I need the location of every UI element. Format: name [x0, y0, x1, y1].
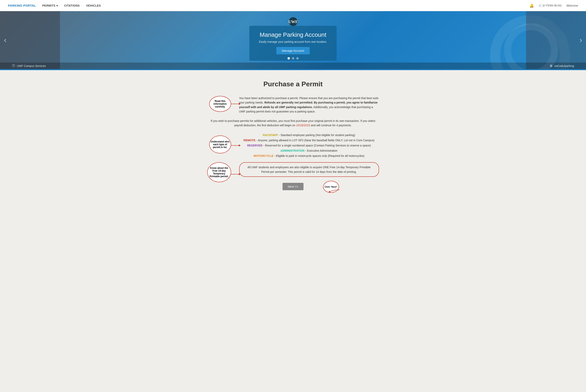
hero-title: Manage Parking Account: [259, 31, 327, 38]
nav-item-vehicles[interactable]: VEHICLES: [86, 4, 101, 7]
callout-1-bubble: Read this information carefully.: [209, 96, 231, 112]
permit-type-facstaff: FAC/STAFF - Standard employee parking (N…: [239, 134, 379, 137]
bell-icon[interactable]: 🔔: [530, 4, 534, 8]
welcome-label: Welcome: [566, 4, 578, 7]
facebook-icon: ⓕ: [12, 64, 15, 68]
click-next-arrow: [326, 189, 342, 195]
nav-item-permits[interactable]: PERMITS ▾: [42, 4, 58, 7]
hero-dot-3[interactable]: [296, 57, 299, 60]
permit-type-motorcycle: MOTORCYCLE - Eligible to park in motorcy…: [239, 154, 379, 158]
dropdown-icon: ▾: [56, 4, 58, 7]
next-section: Next >> Click "Next": [207, 183, 379, 190]
hero-banner: UWF ‹ Manage Parking Account Easily mana…: [0, 11, 586, 69]
monitor-icon: 🖥: [550, 64, 553, 68]
manage-account-button[interactable]: Manage Account: [276, 47, 310, 54]
navigation: PARKING PORTAL PERMITS ▾ CITATIONS VEHIC…: [0, 0, 586, 11]
secondary-info-block: If you wish to purchase permits for addi…: [207, 119, 379, 128]
svg-marker-7: [239, 173, 241, 175]
hero-subtitle: Easily manage your parking account from …: [259, 40, 327, 43]
nav-right: 🔔 🛒 (0 ITEMS $0.00) Welcome: [530, 4, 578, 8]
hero-next-arrow[interactable]: ›: [580, 36, 582, 44]
callout-2-arrow: [231, 144, 241, 148]
hero-card: Manage Parking Account Easily manage you…: [249, 26, 337, 61]
permit-types-list: FAC/STAFF - Standard employee parking (N…: [239, 134, 379, 158]
nav-item-citations[interactable]: CITATIONS: [64, 4, 80, 7]
callout-1-arrow: [231, 102, 241, 106]
permit-type-reserved: RESERVED - Reserved for a single numbere…: [239, 144, 379, 147]
cart-button[interactable]: 🛒 (0 ITEMS $0.00): [539, 4, 562, 7]
callout-3-arrow: [231, 172, 241, 176]
callout-2-bubble: Understand who each type of permit is fo…: [209, 136, 231, 154]
hero-dots: [288, 57, 299, 60]
main-content: Purchase a Permit Read this information …: [203, 70, 383, 202]
hero-prev-arrow[interactable]: ‹: [4, 36, 6, 44]
permit-type-admin: ADMINISTRATION - Executive Administratio…: [239, 149, 379, 152]
hero-footer-website: 🖥 uwf.edu/parking: [550, 64, 574, 68]
svg-marker-3: [239, 103, 241, 105]
next-button[interactable]: Next >>: [282, 183, 304, 190]
free-permit-box: All UWF students and employees are also …: [239, 162, 379, 177]
permit-type-remote: REMOTE - Anyone, parking allowed in LOT …: [239, 139, 379, 142]
svg-text:UWF: UWF: [288, 20, 298, 24]
hero-footer-facebook: ⓕ UWF Campus Services: [12, 64, 46, 68]
svg-marker-5: [239, 144, 241, 146]
callout-3-bubble: Know about the Free 14-day Temporary Pri…: [207, 162, 231, 182]
hero-footer: ⓕ UWF Campus Services 🖥 uwf.edu/parking: [0, 62, 586, 69]
hero-logo: UWF: [288, 17, 298, 26]
hero-dot-1[interactable]: [288, 57, 290, 60]
hero-dot-2[interactable]: [292, 57, 294, 60]
uwf-helmet-icon: UWF: [288, 17, 298, 26]
nav-logo[interactable]: PARKING PORTAL: [8, 4, 36, 7]
page-title: Purchase a Permit: [207, 80, 379, 88]
auth-info-block: You have been authorized to purchase a p…: [239, 96, 379, 114]
